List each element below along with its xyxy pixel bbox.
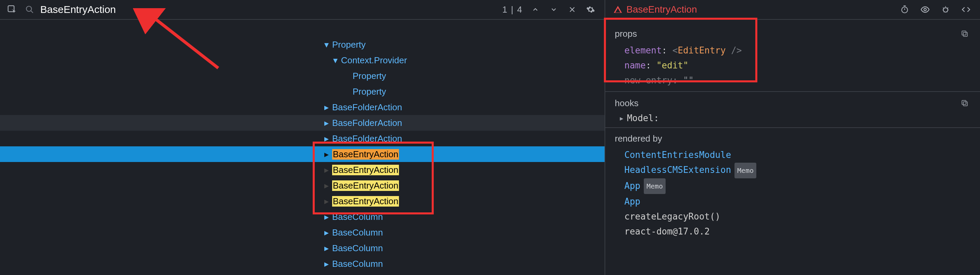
inspect-dom-icon[interactable] (919, 4, 931, 15)
rendered-by-item[interactable]: ContentEntriesModule (624, 147, 980, 162)
inspector-panel: BaseEntryAction (605, 0, 980, 275)
selected-component-name: BaseEntryAction (627, 4, 697, 15)
rendered-by-item[interactable]: AppMemo (624, 179, 980, 194)
component-label: BaseFolderAction (332, 118, 402, 128)
prop-key: new entry (624, 75, 673, 85)
caret-right-icon[interactable]: ▸ (323, 243, 330, 254)
suspend-icon[interactable] (899, 4, 910, 15)
caret-down-icon[interactable]: ▾ (323, 40, 330, 50)
component-label: BaseColumn (332, 243, 383, 254)
copy-hooks-icon[interactable] (959, 97, 970, 109)
caret-right-icon[interactable]: ▸ (323, 118, 330, 128)
rendered-by-item-text: react-dom@17.0.2 (624, 226, 710, 237)
svg-point-1 (26, 6, 31, 11)
caret-right-icon[interactable]: ▸ (323, 212, 330, 222)
hooks-section-header: hooks (605, 95, 980, 112)
tree-row[interactable]: Property (0, 84, 605, 100)
component-label: Property (353, 71, 386, 81)
search-clear-icon[interactable] (566, 4, 578, 15)
rendered-by-item-text: createLegacyRoot() (624, 211, 721, 221)
svg-rect-8 (963, 102, 967, 106)
tree-row[interactable]: ▾Context.Provider (0, 52, 605, 68)
tree-row[interactable]: ▸BaseFolderAction (0, 115, 605, 131)
tree-row[interactable]: ▾Property (0, 37, 605, 52)
caret-right-icon[interactable]: ▸ (323, 165, 330, 175)
component-label: BaseEntryAction (332, 196, 399, 207)
hooks-label: hooks (615, 98, 638, 109)
search-bar: 1 | 4 (0, 0, 605, 20)
hooks-section: hooks ▸Model: (605, 91, 980, 124)
prop-key: name (624, 60, 646, 70)
tree-row[interactable]: ▸BaseFolderAction (0, 131, 605, 146)
caret-right-icon[interactable]: ▸ (323, 180, 330, 191)
tree-row[interactable]: ▸BaseEntryAction (0, 178, 605, 193)
rendered-by-item-text: HeadlessCMSExtension (624, 165, 731, 175)
tree-row[interactable]: ▸BaseColumn (0, 209, 605, 224)
caret-right-icon[interactable]: ▸ (323, 259, 330, 269)
search-input[interactable] (40, 4, 159, 15)
prop-new-entry[interactable]: new entry: "" (605, 73, 980, 88)
component-label: Property (353, 87, 386, 97)
svg-rect-7 (962, 31, 966, 35)
tree-row[interactable]: ▸BaseEntryAction (0, 162, 605, 178)
prop-name[interactable]: name: "edit" (605, 58, 980, 73)
search-prev-icon[interactable] (530, 4, 541, 15)
rendered-by-header: rendered by (605, 131, 980, 147)
inspector-header: BaseEntryAction (605, 0, 980, 20)
rendered-by-item: react-dom@17.0.2 (624, 224, 980, 239)
tree-row[interactable]: ▸BaseColumn (0, 256, 605, 272)
tree-row[interactable]: ▸BaseColumn (0, 224, 605, 240)
svg-point-4 (924, 8, 926, 11)
props-section-header: props (605, 26, 980, 43)
tree-row[interactable]: ▸BaseEntryAction (0, 146, 605, 162)
props-label: props (615, 28, 637, 39)
component-tree[interactable]: ▾Property▾Context.ProviderPropertyProper… (0, 20, 605, 275)
caret-down-icon[interactable]: ▾ (331, 55, 339, 66)
component-label: Context.Provider (341, 55, 407, 66)
search-icon (24, 4, 35, 15)
search-next-icon[interactable] (548, 4, 560, 15)
memo-badge: Memo (644, 179, 666, 194)
search-count: 1 | 4 (502, 5, 523, 15)
inspector-body: props element: <EditEntry /> name: "edit… (605, 20, 980, 275)
component-label: BaseFolderAction (332, 102, 402, 113)
copy-props-icon[interactable] (959, 28, 970, 40)
svg-rect-6 (963, 32, 967, 36)
component-label: Property (332, 40, 366, 50)
rendered-by-list: ContentEntriesModuleHeadlessCMSExtension… (605, 147, 980, 239)
prop-newentry-value: "" (683, 75, 694, 85)
component-label: BaseFolderAction (332, 133, 402, 144)
caret-right-icon[interactable]: ▸ (323, 196, 330, 207)
component-label: BaseEntryAction (332, 149, 399, 160)
rendered-by-item: createLegacyRoot() (624, 209, 980, 224)
rendered-by-item-text: ContentEntriesModule (624, 150, 731, 160)
svg-rect-9 (962, 100, 966, 104)
search-input-wrap (24, 4, 496, 15)
component-label: BaseColumn (332, 259, 383, 269)
view-source-icon[interactable] (960, 4, 972, 15)
rendered-by-item[interactable]: App (624, 194, 980, 209)
rendered-by-item-text: App (624, 196, 640, 207)
caret-right-icon[interactable]: ▸ (323, 228, 330, 238)
warning-icon (613, 5, 622, 14)
component-label: BaseEntryAction (332, 180, 399, 191)
prop-element[interactable]: element: <EditEntry /> (605, 43, 980, 58)
tree-row[interactable]: ▸BaseColumn (0, 240, 605, 256)
caret-right-icon[interactable]: ▸ (323, 102, 330, 113)
rendered-by-section: rendered by ContentEntriesModuleHeadless… (605, 127, 980, 239)
tree-row[interactable]: ▸BaseColumn (0, 272, 605, 275)
caret-right-icon[interactable]: ▸ (323, 149, 330, 160)
prop-name-value: "edit" (656, 60, 689, 70)
tree-row[interactable]: Property (0, 68, 605, 84)
rendered-by-item-text: App (624, 181, 640, 191)
prop-element-tag: EditEntry (678, 45, 726, 55)
caret-right-icon[interactable]: ▸ (323, 133, 330, 144)
debug-icon[interactable] (940, 4, 951, 15)
hook-model[interactable]: ▸Model: (605, 112, 980, 124)
tree-row[interactable]: ▸BaseFolderAction (0, 100, 605, 115)
settings-icon[interactable] (585, 4, 597, 15)
inspect-element-icon[interactable] (6, 4, 18, 15)
tree-row[interactable]: ▸BaseEntryAction (0, 193, 605, 209)
search-controls: 1 | 4 (502, 4, 605, 15)
rendered-by-item[interactable]: HeadlessCMSExtensionMemo (624, 162, 980, 179)
